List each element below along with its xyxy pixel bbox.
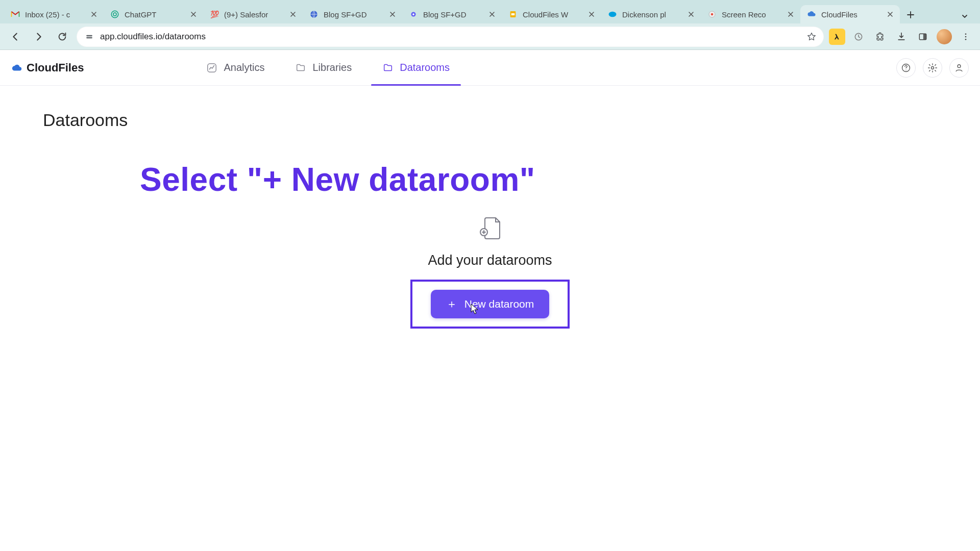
gmail-icon xyxy=(10,9,20,19)
tab-label: Inbox (25) - c xyxy=(25,10,85,19)
svg-rect-14 xyxy=(923,34,926,40)
svg-point-15 xyxy=(965,33,967,35)
loom-icon xyxy=(408,9,419,19)
tab-label: CloudFiles W xyxy=(523,10,582,19)
browser-chrome: Inbox (25) - c ChatGPT 💯 (9+) Salesfor B… xyxy=(0,0,980,50)
tab-label: (9+) Salesfor xyxy=(224,10,284,19)
browser-toolbar: app.cloudfiles.io/datarooms xyxy=(0,23,980,50)
brand-logo[interactable]: CloudFiles xyxy=(11,61,84,74)
close-icon[interactable] xyxy=(487,10,497,19)
globe-icon xyxy=(309,9,319,19)
tab-strip: Inbox (25) - c ChatGPT 💯 (9+) Salesfor B… xyxy=(0,0,980,23)
hundred-icon: 💯 xyxy=(209,9,219,19)
nav-analytics[interactable]: Analytics xyxy=(191,50,280,85)
back-button[interactable] xyxy=(6,28,24,46)
app-header: CloudFiles Analytics Libraries Datarooms xyxy=(0,50,980,86)
app-root: CloudFiles Analytics Libraries Datarooms xyxy=(0,50,980,353)
help-icon[interactable] xyxy=(896,58,916,78)
svg-point-21 xyxy=(958,64,961,67)
svg-point-20 xyxy=(932,66,934,69)
plus-icon: ＋ xyxy=(446,298,457,310)
nav-datarooms[interactable]: Datarooms xyxy=(367,50,465,85)
cloud-icon xyxy=(11,62,22,73)
url-text: app.cloudfiles.io/datarooms xyxy=(100,32,801,42)
gear-icon[interactable] xyxy=(923,58,942,78)
tab-label: ChatGPT xyxy=(125,10,184,19)
folder-icon xyxy=(295,62,306,73)
main-nav: Analytics Libraries Datarooms xyxy=(191,50,465,85)
close-icon[interactable] xyxy=(786,10,795,19)
close-icon[interactable] xyxy=(189,10,198,19)
tab-label: Screen Reco xyxy=(722,10,781,19)
browser-tab-dickenson[interactable]: Dickenson pl xyxy=(601,5,701,23)
new-dataroom-button[interactable]: ＋ New dataroom xyxy=(431,290,550,318)
brand-name: CloudFiles xyxy=(27,61,84,74)
extension-lambda-icon[interactable] xyxy=(829,29,845,45)
close-icon[interactable] xyxy=(687,10,696,19)
svg-point-7 xyxy=(609,12,617,17)
site-info-icon[interactable] xyxy=(84,31,95,42)
record-icon xyxy=(707,9,717,19)
svg-rect-6 xyxy=(511,13,515,15)
browser-tab-cloudfiles[interactable]: CloudFiles xyxy=(800,5,900,23)
kebab-menu-icon[interactable] xyxy=(958,29,974,45)
tab-label: Blog SF+GD xyxy=(423,10,483,19)
svg-point-17 xyxy=(965,38,967,40)
browser-tab-salesforce[interactable]: 💯 (9+) Salesfor xyxy=(203,5,303,23)
browser-tab-chatgpt[interactable]: ChatGPT xyxy=(104,5,203,23)
new-tab-button[interactable] xyxy=(902,6,919,23)
browser-tab-inbox[interactable]: Inbox (25) - c xyxy=(4,5,104,23)
svg-point-0 xyxy=(111,11,118,18)
page-title: Datarooms xyxy=(43,110,937,130)
browser-tab-screenrec[interactable]: Screen Reco xyxy=(701,5,800,23)
address-bar[interactable]: app.cloudfiles.io/datarooms xyxy=(77,27,824,47)
cloudfiles-icon xyxy=(806,9,817,19)
svg-point-9 xyxy=(711,13,714,16)
nav-label: Analytics xyxy=(224,62,264,73)
reload-button[interactable] xyxy=(53,28,71,46)
downloads-icon[interactable] xyxy=(893,29,910,45)
user-icon[interactable] xyxy=(949,58,969,78)
close-icon[interactable] xyxy=(288,10,298,19)
close-icon[interactable] xyxy=(89,10,99,19)
svg-rect-11 xyxy=(86,37,92,38)
svg-point-1 xyxy=(113,13,116,16)
chatgpt-icon xyxy=(110,9,120,19)
close-icon[interactable] xyxy=(587,10,596,19)
extension-gdrive-icon[interactable] xyxy=(850,29,867,45)
bookmark-star-icon[interactable] xyxy=(806,32,817,42)
svg-point-16 xyxy=(965,36,967,37)
nav-libraries[interactable]: Libraries xyxy=(280,50,367,85)
close-icon[interactable] xyxy=(886,10,895,19)
browser-tab-blog2[interactable]: Blog SF+GD xyxy=(402,5,502,23)
slides-icon xyxy=(508,9,518,19)
svg-point-4 xyxy=(412,13,414,15)
browser-tab-slides[interactable]: CloudFiles W xyxy=(502,5,601,23)
page-body: Datarooms Select "+ New dataroom" Add yo… xyxy=(0,86,980,353)
sidepanel-icon[interactable] xyxy=(915,29,931,45)
empty-state: Add your datarooms ＋ New dataroom xyxy=(43,216,937,329)
browser-tab-blog1[interactable]: Blog SF+GD xyxy=(303,5,402,23)
tab-label: Blog SF+GD xyxy=(324,10,383,19)
close-icon[interactable] xyxy=(388,10,397,19)
new-document-icon xyxy=(478,216,502,241)
highlight-box: ＋ New dataroom xyxy=(410,280,570,329)
chevron-down-icon[interactable] xyxy=(958,9,972,23)
profile-avatar[interactable] xyxy=(936,29,952,45)
extensions-icon[interactable] xyxy=(872,29,888,45)
svg-rect-10 xyxy=(86,35,92,36)
instruction-overlay: Select "+ New dataroom" xyxy=(140,161,937,198)
button-label: New dataroom xyxy=(464,298,534,310)
nav-label: Datarooms xyxy=(400,62,450,73)
analytics-icon xyxy=(206,62,217,73)
forward-button[interactable] xyxy=(30,28,48,46)
tab-label: Dickenson pl xyxy=(622,10,682,19)
tab-label: CloudFiles xyxy=(821,10,881,19)
dataroom-icon xyxy=(382,62,394,73)
empty-heading: Add your datarooms xyxy=(428,253,552,268)
nav-label: Libraries xyxy=(312,62,352,73)
salesforce-icon xyxy=(607,9,618,19)
